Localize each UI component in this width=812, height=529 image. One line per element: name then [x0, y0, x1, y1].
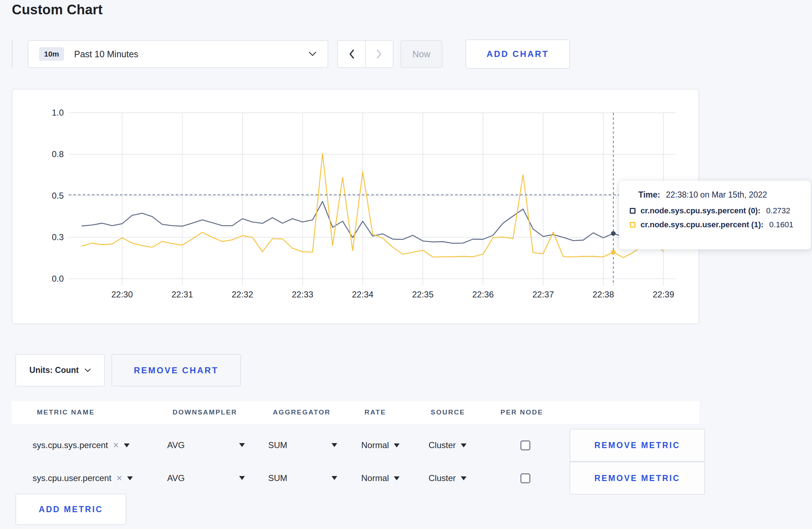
tooltip-time-value: 22:38:10 on Mar 15th, 2022 [666, 190, 767, 200]
custom-chart-page: { "page": { "title": "Custom Chart" }, "… [0, 0, 812, 529]
per-node-checkbox[interactable] [521, 441, 530, 450]
column-header-metric-name: METRIC NAME [37, 408, 95, 416]
x-axis-tick-label: 22:34 [352, 290, 373, 299]
per-node-checkbox[interactable] [521, 474, 530, 483]
dropdown-arrow-icon[interactable] [332, 476, 337, 480]
previous-timespan-button[interactable] [338, 41, 366, 67]
downsampler-select[interactable]: AVG [167, 462, 185, 495]
time-range-label: Past 10 Minutes [74, 49, 308, 59]
x-axis-tick-label: 22:39 [653, 290, 674, 299]
dropdown-arrow-icon[interactable] [239, 443, 245, 447]
metric-name-value: sys.cpu.user.percent [33, 473, 111, 483]
page-title: Custom Chart [12, 2, 103, 18]
add-metric-button[interactable]: ADD METRIC [15, 494, 126, 525]
chevron-down-icon [84, 368, 91, 372]
hover-point-marker [611, 231, 616, 236]
clear-metric-icon[interactable]: × [113, 440, 119, 451]
column-header-source: SOURCE [431, 408, 465, 416]
metric-row: sys.cpu.user.percent×AVGSUMNormalCluster… [12, 462, 699, 495]
chevron-left-icon [348, 49, 355, 59]
remove-metric-button[interactable]: REMOVE METRIC [570, 462, 705, 495]
chart-tooltip: Time: 22:38:10 on Mar 15th, 2022 cr.node… [619, 181, 811, 249]
downsampler-select[interactable]: AVG [167, 429, 185, 462]
metric-name-select[interactable]: sys.cpu.sys.percent× [33, 429, 130, 462]
chevron-down-icon [308, 52, 317, 57]
source-select[interactable]: Cluster [429, 429, 467, 462]
tooltip-time-row: Time: 22:38:10 on Mar 15th, 2022 [638, 190, 800, 200]
aggregator-value: SUM [268, 473, 287, 483]
rate-select[interactable]: Normal [361, 429, 400, 462]
tooltip-series-row: cr.node.sys.cpu.sys.percent (0):0.2732 [630, 206, 800, 215]
units-select[interactable]: Units: Count [15, 354, 105, 387]
dropdown-arrow-icon[interactable] [124, 443, 130, 447]
series-swatch-icon [630, 222, 635, 228]
tooltip-series-value: 0.1601 [769, 220, 793, 229]
tooltip-series-name: cr.node.sys.cpu.sys.percent (0): [641, 206, 760, 215]
column-header-downsampler: DOWNSAMPLER [173, 408, 237, 416]
aggregator-value: SUM [268, 440, 287, 450]
dropdown-arrow-icon[interactable] [332, 443, 337, 447]
time-range-badge: 10m [39, 47, 64, 61]
downsampler-value: AVG [167, 473, 185, 483]
x-axis-tick-label: 22:35 [412, 290, 434, 299]
column-header-per-node: PER NODE [501, 408, 543, 416]
dropdown-arrow-icon[interactable] [394, 476, 400, 480]
remove-metric-button[interactable]: REMOVE METRIC [570, 429, 705, 462]
x-axis-tick-label: 22:33 [292, 290, 313, 299]
tooltip-series-list: cr.node.sys.cpu.sys.percent (0):0.2732cr… [630, 206, 800, 229]
remove-chart-button[interactable]: REMOVE CHART [111, 354, 241, 387]
x-axis-tick-label: 22:38 [593, 290, 614, 299]
dropdown-arrow-icon[interactable] [239, 476, 245, 480]
y-axis-tick-label: 0.5 [52, 191, 64, 200]
rate-value: Normal [361, 440, 389, 450]
metric-name-value: sys.cpu.sys.percent [33, 440, 108, 450]
metric-name-select[interactable]: sys.cpu.user.percent× [33, 462, 133, 495]
toolbar-divider [12, 40, 13, 68]
add-chart-button[interactable]: ADD CHART [465, 39, 570, 69]
source-select[interactable]: Cluster [429, 462, 467, 495]
timeseries-chart[interactable]: 0.00.30.50.81.022:3022:3122:3222:3322:34… [13, 89, 699, 324]
now-button[interactable]: Now [400, 40, 443, 68]
x-axis-tick-label: 22:32 [232, 290, 253, 299]
chart-card: 0.00.30.50.81.022:3022:3122:3222:3322:34… [12, 89, 699, 324]
series-line-cr.node.sys.cpu.user.percent [82, 154, 663, 258]
rate-value: Normal [361, 473, 389, 483]
chevron-right-icon [376, 49, 383, 59]
aggregator-select[interactable]: SUM [268, 429, 287, 462]
tooltip-time-label: Time: [638, 190, 660, 200]
dropdown-arrow-icon[interactable] [461, 443, 467, 447]
y-axis-tick-label: 0.0 [52, 274, 64, 283]
dropdown-arrow-icon[interactable] [461, 476, 467, 480]
x-axis-tick-label: 22:31 [171, 290, 193, 299]
x-axis-tick-label: 22:37 [532, 290, 554, 299]
y-axis-tick-label: 0.3 [52, 232, 64, 242]
aggregator-select[interactable]: SUM [268, 462, 287, 495]
units-select-label: Units: Count [29, 365, 79, 375]
metric-row: sys.cpu.sys.percent×AVGSUMNormalClusterR… [12, 429, 699, 462]
hover-point-marker [611, 250, 616, 254]
y-axis-tick-label: 1.0 [52, 108, 64, 117]
clear-metric-icon[interactable]: × [116, 473, 122, 484]
source-value: Cluster [429, 440, 456, 450]
x-axis-tick-label: 22:36 [472, 290, 494, 299]
dropdown-arrow-icon[interactable] [127, 476, 133, 480]
next-timespan-button[interactable] [366, 41, 393, 67]
time-pager [337, 40, 393, 68]
source-value: Cluster [429, 473, 456, 483]
column-header-aggregator: AGGREGATOR [273, 408, 331, 416]
downsampler-value: AVG [167, 440, 185, 450]
tooltip-series-value: 0.2732 [766, 206, 790, 215]
metrics-table-header: METRIC NAMEDOWNSAMPLERAGGREGATORRATESOUR… [12, 401, 699, 424]
rate-select[interactable]: Normal [361, 462, 400, 495]
series-swatch-icon [630, 208, 635, 214]
x-axis-tick-label: 22:30 [111, 290, 133, 299]
time-range-select[interactable]: 10m Past 10 Minutes [28, 40, 328, 68]
y-axis-tick-label: 0.8 [52, 149, 64, 159]
tooltip-series-row: cr.node.sys.cpu.user.percent (1):0.1601 [630, 220, 800, 229]
column-header-rate: RATE [364, 408, 386, 416]
dropdown-arrow-icon[interactable] [394, 443, 400, 447]
tooltip-series-name: cr.node.sys.cpu.user.percent (1): [641, 220, 764, 229]
